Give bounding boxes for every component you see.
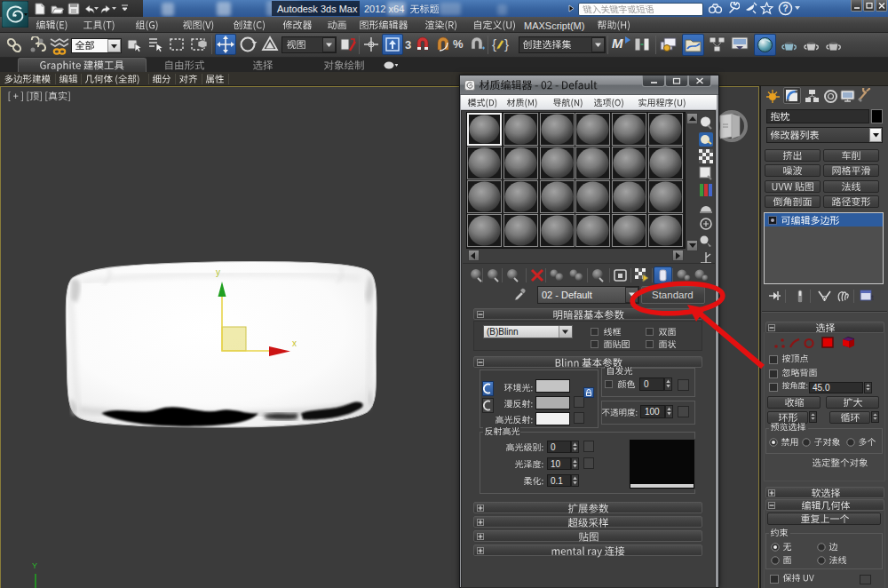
svg-text:}: } <box>504 36 509 52</box>
svg-text:{: { <box>492 36 496 52</box>
svg-text:y: y <box>216 267 220 277</box>
svg-text:?: ? <box>782 4 788 13</box>
svg-text:Y: Y <box>32 561 37 570</box>
svg-text:x: x <box>292 338 297 348</box>
